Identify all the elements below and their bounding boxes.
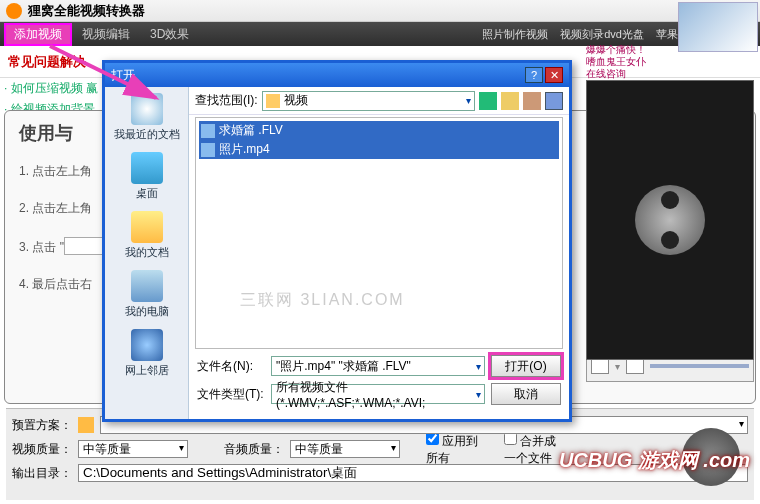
recent-icon	[131, 93, 163, 125]
computer-icon	[131, 270, 163, 302]
filename-label: 文件名(N):	[197, 358, 265, 375]
video-edit-button[interactable]: 视频编辑	[72, 24, 140, 45]
preset-label: 预置方案：	[12, 417, 72, 434]
network-icon	[131, 329, 163, 361]
file-item[interactable]: 求婚篇 .FLV	[199, 121, 559, 140]
place-mycomp[interactable]: 我的电脑	[107, 270, 186, 319]
filetype-combo[interactable]: 所有视频文件(*.WMV;*.ASF;*.WMA;*.AVI;	[271, 384, 485, 404]
up-folder-button[interactable]	[501, 92, 519, 110]
lookin-combo[interactable]: 视频 ▾	[262, 91, 475, 111]
file-list[interactable]: 求婚篇 .FLV 照片.mp4	[195, 117, 563, 349]
audio-quality-select[interactable]: 中等质量	[290, 440, 400, 458]
volume-button[interactable]	[626, 358, 644, 374]
window-titlebar: 狸窝全能视频转换器 — ☐ ✕	[0, 0, 760, 22]
toolbar-link[interactable]: 照片制作视频	[482, 27, 548, 42]
watermark-ucbug: UCBUG 游戏网 .com	[559, 447, 750, 474]
new-folder-button[interactable]	[523, 92, 541, 110]
video-preview	[586, 80, 754, 360]
3d-effect-button[interactable]: 3D效果	[140, 24, 199, 45]
file-item[interactable]: 照片.mp4	[199, 140, 559, 159]
watermark-3lian: 三联网 3LIAN.COM	[240, 290, 405, 311]
tip-item[interactable]: · 如何压缩视频 赢	[4, 80, 104, 97]
output-dir-label: 输出目录：	[12, 465, 72, 482]
open-button[interactable]: 打开(O)	[491, 355, 561, 377]
place-mydocs[interactable]: 我的文档	[107, 211, 186, 260]
lookin-label: 查找范围(I):	[195, 92, 258, 109]
file-icon	[201, 143, 215, 157]
film-reel-icon	[635, 185, 705, 255]
preset-icon	[78, 417, 94, 433]
video-quality-select[interactable]: 中等质量	[78, 440, 188, 458]
dialog-help-button[interactable]: ?	[525, 67, 543, 83]
documents-icon	[131, 211, 163, 243]
file-icon	[201, 124, 215, 138]
faq-heading: 常见问题解决	[0, 53, 100, 71]
folder-icon	[266, 94, 280, 108]
dialog-titlebar: 打开 ? ✕	[105, 63, 569, 87]
dialog-close-button[interactable]: ✕	[545, 67, 563, 83]
cancel-button[interactable]: 取消	[491, 383, 561, 405]
window-title: 狸窝全能视频转换器	[28, 2, 145, 20]
filename-combo[interactable]: "照片.mp4" "求婚篇 .FLV"	[271, 356, 485, 376]
view-menu-button[interactable]	[545, 92, 563, 110]
volume-slider[interactable]	[650, 364, 749, 368]
places-bar: 我最近的文档 桌面 我的文档 我的电脑 网上邻居	[105, 87, 189, 419]
place-recent[interactable]: 我最近的文档	[107, 93, 186, 142]
desktop-icon	[131, 152, 163, 184]
toolbar-link[interactable]: 视频刻录dvd光盘	[560, 27, 644, 42]
place-network[interactable]: 网上邻居	[107, 329, 186, 378]
main-toolbar: 添加视频 视频编辑 3D效果 照片制作视频 视频刻录dvd光盘 苹果助手 洪荒神…	[0, 22, 760, 46]
step3-input[interactable]	[64, 237, 104, 255]
back-button[interactable]	[479, 92, 497, 110]
filetype-label: 文件类型(T):	[197, 386, 265, 403]
app-icon	[6, 3, 22, 19]
snapshot-button[interactable]	[591, 358, 609, 374]
lookin-row: 查找范围(I): 视频 ▾	[189, 87, 569, 115]
file-open-dialog: 打开 ? ✕ 我最近的文档 桌面 我的文档 我的电脑 网上邻居 查找范围(I):…	[102, 60, 572, 422]
banner-image	[678, 2, 758, 52]
add-video-button[interactable]: 添加视频	[4, 23, 72, 46]
place-desktop[interactable]: 桌面	[107, 152, 186, 201]
dialog-title: 打开	[111, 67, 135, 84]
video-quality-label: 视频质量：	[12, 441, 72, 458]
audio-quality-label: 音频质量：	[224, 441, 284, 458]
